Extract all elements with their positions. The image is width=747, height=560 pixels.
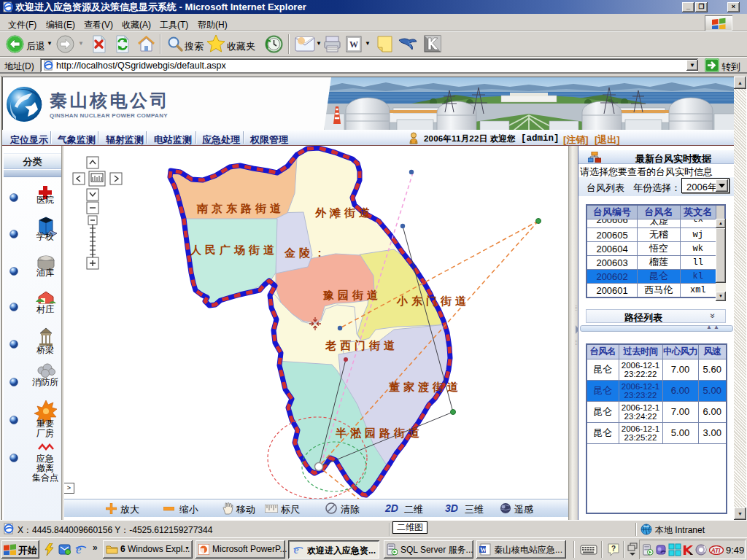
svg-text:外滩街道: 外滩街道 — [314, 206, 374, 219]
svg-text:人民广场街道: 人民广场街道 — [190, 244, 278, 256]
svg-text:重要: 重要 — [36, 419, 54, 429]
svg-text:e: e — [294, 544, 299, 556]
svg-text:桥梁: 桥梁 — [36, 345, 54, 355]
svg-text:董家渡街道: 董家渡街道 — [389, 381, 462, 393]
svg-text:e: e — [76, 542, 82, 556]
svg-text:南京东路街道: 南京东路街道 — [196, 202, 285, 214]
svg-text:老西门街道: 老西门街道 — [325, 339, 398, 351]
svg-text:小东门街道: 小东门街道 — [396, 295, 470, 307]
svg-text:医院: 医院 — [36, 195, 54, 205]
svg-text:消防所: 消防所 — [32, 377, 58, 387]
svg-text:?: ? — [611, 545, 616, 553]
svg-text:村庄: 村庄 — [36, 304, 54, 314]
svg-text:学校: 学校 — [36, 231, 54, 241]
svg-text:W: W — [349, 39, 358, 50]
svg-text:金陵: 金陵 — [284, 246, 314, 259]
svg-text:集合点: 集合点 — [32, 472, 58, 483]
svg-text:豫园街道: 豫园街道 — [322, 289, 382, 301]
svg-text:油库: 油库 — [36, 268, 54, 278]
svg-text:撤离: 撤离 — [36, 463, 54, 473]
svg-text:ATI: ATI — [711, 548, 721, 554]
svg-text::: : — [318, 246, 322, 259]
svg-text:W: W — [480, 546, 487, 553]
svg-text:厂房: 厂房 — [36, 428, 54, 438]
svg-text:半淞园路街道: 半淞园路街道 — [335, 427, 423, 439]
svg-text:应急: 应急 — [36, 454, 54, 464]
